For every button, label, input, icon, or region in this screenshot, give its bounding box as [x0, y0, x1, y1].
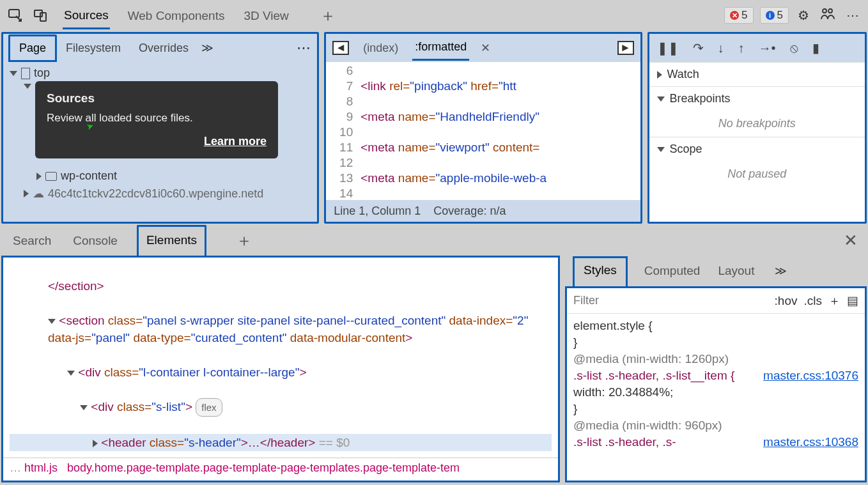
breakpoints-section[interactable]: Breakpoints — [649, 86, 865, 111]
tooltip-title: Sources — [47, 91, 267, 105]
drawer-close-icon[interactable]: ✕ — [844, 231, 858, 250]
step-out-icon[interactable]: ↑ — [738, 41, 745, 56]
cls-toggle[interactable]: .cls — [804, 294, 823, 308]
tree-wp-content[interactable]: wp-content — [8, 167, 312, 185]
folder-icon — [45, 172, 57, 181]
errors-badge[interactable]: ✕5 — [724, 7, 753, 24]
tooltip-learn-more-link[interactable]: Learn more — [204, 135, 267, 148]
tab-page[interactable]: Page — [8, 35, 57, 62]
hov-toggle[interactable]: :hov — [775, 294, 798, 308]
step-over-icon[interactable]: ↷ — [693, 40, 704, 56]
pause-exceptions-icon[interactable]: ▮ — [812, 40, 819, 56]
deactivate-breakpoints-icon[interactable]: ⦸ — [790, 41, 798, 56]
close-tab-icon[interactable]: ✕ — [481, 41, 490, 55]
debugger-toolbar: ❚❚ ↷ ↓ ↑ →• ⦸ ▮ — [649, 34, 865, 62]
code-content[interactable]: <link rel="pingback" href="htt <meta nam… — [358, 62, 640, 200]
scope-section[interactable]: Scope — [649, 137, 865, 161]
tab-sources[interactable]: Sources — [63, 2, 110, 29]
sources-tooltip: Sources Review all loaded source files. … — [35, 81, 278, 158]
debugger-pane: ❚❚ ↷ ↓ ↑ →• ⦸ ▮ Watch Breakpoints No bre… — [647, 32, 867, 224]
styles-more-tabs-icon[interactable]: ≫ — [775, 264, 787, 278]
navigator-tabs: Page Filesystem Overrides ≫ ⋯ — [3, 34, 317, 62]
tab-search[interactable]: Search — [10, 227, 54, 253]
tab-web-components[interactable]: Web Components — [127, 3, 226, 28]
tab-layout[interactable]: Layout — [717, 259, 756, 283]
navigator-more-icon[interactable]: ⋯ — [297, 40, 312, 56]
device-toggle-icon[interactable] — [32, 6, 50, 24]
tree-cdn-origin[interactable]: ☁46c4tc1tckv22cdcv81i0c60.wpengine.netd — [8, 185, 312, 203]
breadcrumb[interactable]: … html.js body.home.page-template.page-t… — [3, 458, 558, 481]
toolbar-right: ✕5 i5 ⚙ ⋯ — [724, 5, 862, 26]
tree-top-frame[interactable]: top — [8, 65, 312, 82]
line-gutter: 6 7 8 9 10 11 12 13 14 — [326, 62, 358, 200]
editor-tabs: ◄ (index) :formatted ✕ ► — [326, 34, 640, 62]
selected-element[interactable]: <header class="s-header">…</header> == $… — [10, 434, 552, 451]
dom-tree[interactable]: </section> <section class="panel s-wrapp… — [3, 258, 558, 458]
source-link[interactable]: master.css:10368 — [763, 434, 858, 450]
more-menu-icon[interactable]: ⋯ — [844, 5, 862, 26]
drawer-add-tab-icon[interactable]: ＋ — [236, 229, 252, 252]
step-into-icon[interactable]: ↓ — [718, 41, 724, 56]
elements-tree-pane: </section> <section class="panel s-wrapp… — [1, 256, 560, 482]
tooltip-body: Review all loaded source files. — [47, 112, 267, 125]
styles-pane: :hov .cls ＋ ▤ element.style {} @media (m… — [565, 286, 867, 482]
drawer-tabs: Search Console Elements ＋ ✕ — [0, 225, 868, 256]
tab-overrides[interactable]: Overrides — [130, 36, 198, 60]
nav-back-icon[interactable]: ◄ — [332, 41, 349, 55]
styles-rules[interactable]: element.style {} @media (min-width: 1260… — [567, 314, 865, 481]
pause-icon[interactable]: ❚❚ — [657, 40, 679, 56]
feedback-icon[interactable] — [818, 5, 837, 26]
add-tab-icon[interactable]: ＋ — [320, 4, 336, 27]
styles-filter-input[interactable] — [573, 294, 768, 307]
sources-editor-pane: ◄ (index) :formatted ✕ ► 6 7 8 9 10 11 1… — [324, 32, 642, 224]
cloud-icon: ☁ — [33, 187, 44, 201]
tab-index[interactable]: (index) — [360, 36, 401, 60]
code-editor[interactable]: 6 7 8 9 10 11 12 13 14 <link rel="pingba… — [326, 62, 640, 200]
settings-icon[interactable]: ⚙ — [795, 5, 812, 26]
toggle-sidebar-icon[interactable]: ▤ — [847, 293, 858, 308]
messages-count: 5 — [777, 9, 783, 22]
devtools-main-toolbar: Sources Web Components 3D View ＋ ✕5 i5 ⚙… — [0, 0, 868, 31]
tab-filesystem[interactable]: Filesystem — [57, 36, 130, 60]
styles-filter-row: :hov .cls ＋ ▤ — [567, 288, 865, 314]
nav-forward-icon[interactable]: ► — [617, 41, 634, 55]
source-link[interactable]: master.css:10376 — [763, 367, 858, 384]
inspect-icon[interactable] — [6, 6, 24, 24]
svg-point-4 — [828, 9, 832, 13]
sources-navigator-pane: Page Filesystem Overrides ≫ ⋯ top wp-con… — [1, 32, 319, 224]
cursor-position: Line 1, Column 1 — [334, 204, 421, 218]
styles-tabs: Styles Computed Layout ≫ — [565, 256, 867, 286]
tab-formatted[interactable]: :formatted — [412, 35, 469, 61]
tab-computed[interactable]: Computed — [643, 259, 702, 283]
svg-point-3 — [823, 9, 826, 13]
file-tree[interactable]: top wp-content ☁46c4tc1tckv22cdcv81i0c60… — [3, 62, 317, 222]
svg-rect-0 — [9, 10, 19, 17]
styles-sidebar: Styles Computed Layout ≫ :hov .cls ＋ ▤ e… — [565, 256, 867, 482]
coverage-status: Coverage: n/a — [433, 204, 506, 218]
tab-elements[interactable]: Elements — [137, 225, 206, 256]
watch-section[interactable]: Watch — [649, 62, 865, 86]
debugger-sections: Watch Breakpoints No breakpoints Scope N… — [649, 62, 865, 222]
no-breakpoints-label: No breakpoints — [649, 111, 865, 137]
main-tabs: Sources Web Components 3D View ＋ — [63, 2, 336, 29]
flex-badge[interactable]: flex — [196, 398, 222, 417]
editor-status-bar: Line 1, Column 1 Coverage: n/a — [326, 200, 640, 222]
frame-icon — [21, 68, 30, 79]
tab-styles[interactable]: Styles — [573, 256, 628, 286]
tab-3d-view[interactable]: 3D View — [242, 3, 290, 28]
messages-badge[interactable]: i5 — [760, 7, 789, 24]
not-paused-label: Not paused — [649, 161, 865, 187]
tab-console[interactable]: Console — [70, 227, 120, 253]
more-tabs-icon[interactable]: ≫ — [201, 41, 213, 55]
new-style-rule-icon[interactable]: ＋ — [828, 293, 841, 309]
errors-count: 5 — [741, 9, 747, 22]
step-icon[interactable]: →• — [759, 41, 776, 56]
